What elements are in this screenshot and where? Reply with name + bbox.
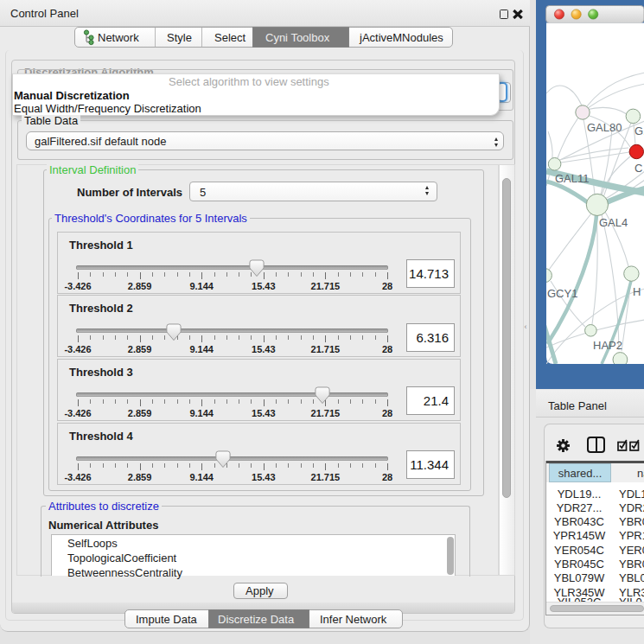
svg-text:GAL4: GAL4 (599, 216, 628, 229)
svg-text:G.: G. (634, 124, 644, 137)
svg-text:HAP2: HAP2 (593, 339, 622, 352)
svg-text:GAL80: GAL80 (587, 121, 622, 134)
svg-text:C: C (634, 162, 642, 175)
svg-text:GAL11: GAL11 (555, 172, 590, 185)
svg-text:H: H (633, 285, 641, 298)
svg-text:GCY1: GCY1 (547, 287, 577, 300)
